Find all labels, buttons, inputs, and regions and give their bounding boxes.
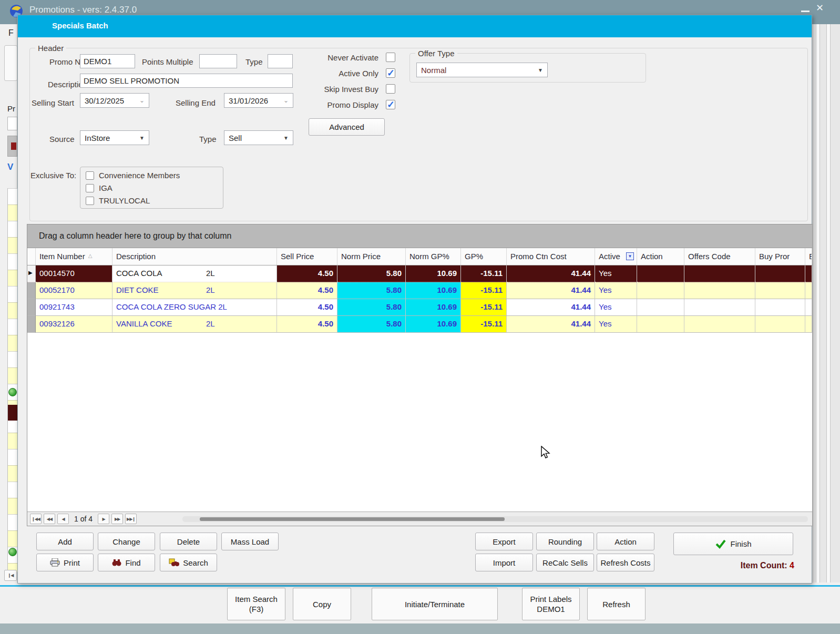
trulylocal-checkbox[interactable] [86,197,94,205]
table-row[interactable]: 00932126 VANILLA COKE2L 4.50 5.80 10.69 … [27,316,812,333]
background-selected-cell [8,405,17,421]
background-pager-first-icon[interactable]: ❙◀ [4,570,17,581]
col-header-promo-ctn-cost[interactable]: Promo Ctn Cost [507,248,595,265]
skip-invest-buy-checkbox[interactable] [386,84,395,94]
cell-buy-pror [755,282,805,299]
cell-offers-code [684,299,755,316]
cell-description: COCA COLA ZERO SUGAR 2L [112,299,277,316]
close-icon[interactable]: ✕ [816,2,824,14]
col-header-norm-price[interactable]: Norm Price [337,248,406,265]
advanced-button[interactable]: Advanced [309,118,385,136]
copy-button[interactable]: Copy [293,588,351,620]
col-header-item-number[interactable]: Item Number△ [36,248,112,265]
pager-first-icon[interactable]: ❙◀◀ [30,514,42,524]
background-input-sliver[interactable] [7,117,17,130]
delete-button[interactable]: Delete [160,533,217,550]
cell-description: COCA COLA2L [112,265,277,282]
col-header-gp[interactable]: GP% [461,248,507,265]
status-green-icon [8,548,17,556]
col-header-offers-code[interactable]: Offers Code [684,248,755,265]
cell-item-number: 00921743 [36,299,112,316]
background-panel-edge [816,24,820,585]
source-dropdown[interactable]: InStore ▼ [80,130,149,145]
col-header-norm-gp[interactable]: Norm GP% [406,248,461,265]
refresh-costs-button[interactable]: Refresh Costs [597,554,654,571]
initiate-terminate-button[interactable]: Initiate/Terminate [372,588,498,620]
cell-norm-gp: 10.69 [406,316,461,333]
scrollbar-thumb[interactable] [200,517,505,521]
type-field[interactable] [268,54,293,68]
cell-sell-price: 4.50 [277,299,337,316]
description-field[interactable] [80,74,293,88]
filter-icon[interactable]: ▼ [626,252,634,260]
col-header-active[interactable]: Active▼ [595,248,637,265]
promo-display-checkbox[interactable] [386,100,395,109]
never-activate-checkbox[interactable] [386,53,395,62]
selling-end-value: 31/01/2026 [229,96,268,105]
col-header-description[interactable]: Description [112,248,277,265]
export-button[interactable]: Export [475,533,533,550]
background-right-panel [812,24,840,585]
action-button[interactable]: Action [597,533,654,550]
promo-type-dropdown[interactable]: Sell ▼ [224,130,293,145]
cell-partial [805,299,812,316]
sort-asc-icon: △ [88,252,93,265]
add-button[interactable]: Add [36,533,94,550]
import-button[interactable]: Import [475,554,533,571]
pager-next-page-icon[interactable]: ▶▶ [111,514,123,524]
refresh-button[interactable]: Refresh [587,588,646,620]
print-button[interactable]: Print [36,554,94,571]
finish-button[interactable]: Finish [673,533,793,555]
iga-checkbox[interactable] [86,184,94,192]
row-indicator [27,299,36,316]
change-button[interactable]: Change [98,533,155,550]
minimize-icon[interactable] [801,11,810,12]
items-grid: Drag a column header here to group by th… [27,224,813,526]
cell-norm-gp: 10.69 [406,299,461,316]
pager-last-icon[interactable]: ▶▶❙ [125,514,137,524]
recalc-sells-button[interactable]: ReCalc Sells [536,554,594,571]
main-window-title: Promotions - vers: 2.4.37.0 [29,5,137,15]
pager-prev-icon[interactable]: ◀ [57,514,69,524]
offer-type-groupbox: Offer Type Normal ▼ [409,53,646,83]
selling-end-datepicker[interactable]: 31/01/2026 ⌄ [224,93,293,108]
item-count: Item Count: 4 [702,561,794,570]
exclusive-option-row: IGA [86,183,112,192]
cell-norm-gp: 10.69 [406,282,461,299]
pager-next-icon[interactable]: ▶ [98,514,109,524]
horizontal-scrollbar[interactable] [182,516,808,522]
background-toolbar-button[interactable] [4,45,17,81]
selling-start-datepicker[interactable]: 30/12/2025 ⌄ [80,93,149,108]
group-by-panel[interactable]: Drag a column header here to group by th… [27,224,812,248]
item-search-button[interactable]: Item Search (F3) [227,588,285,620]
cell-description: DIET COKE2L [112,282,277,299]
find-button[interactable]: Find [98,554,155,571]
exclusive-option-row: TRULYLOCAL [86,196,150,205]
search-button[interactable]: Search [160,554,217,571]
dropdown-arrow-icon: ▼ [283,135,289,141]
col-header-partial[interactable]: E [805,248,812,265]
offer-type-dropdown[interactable]: Normal ▼ [416,63,548,77]
dialog-titlebar: Specials Batch [18,15,812,37]
points-multiple-field[interactable] [199,54,237,68]
rounding-button[interactable]: Rounding [536,533,594,550]
cell-norm-price: 5.80 [337,299,406,316]
refresh-label: Refresh [602,599,630,609]
mass-load-button[interactable]: Mass Load [221,533,279,550]
cell-active: Yes [595,265,637,282]
cell-promo-ctn-cost: 41.44 [507,282,595,299]
background-menu-letter[interactable]: F [8,28,14,38]
col-header-buy-pror[interactable]: Buy Pror [755,248,805,265]
background-scrollbar-track[interactable] [826,24,831,585]
pager-prev-page-icon[interactable]: ◀◀ [44,514,55,524]
table-row[interactable]: 00014570 COCA COLA2L 4.50 5.80 10.69 -15… [27,265,812,282]
col-header-action[interactable]: Action [637,248,684,265]
table-row[interactable]: 00052170 DIET COKE2L 4.50 5.80 10.69 -15… [27,282,812,299]
convenience-members-checkbox[interactable] [86,171,94,180]
active-only-checkbox[interactable] [386,68,395,78]
col-header-sell-price[interactable]: Sell Price [277,248,337,265]
promo-no-field[interactable] [80,54,135,68]
table-row[interactable]: 00921743 COCA COLA ZERO SUGAR 2L 4.50 5.… [27,299,812,316]
grid-pager: ❙◀◀ ◀◀ ◀ 1 of 4 ▶ ▶▶ ▶▶❙ [27,512,812,526]
print-labels-button[interactable]: Print Labels DEMO1 [522,588,580,620]
